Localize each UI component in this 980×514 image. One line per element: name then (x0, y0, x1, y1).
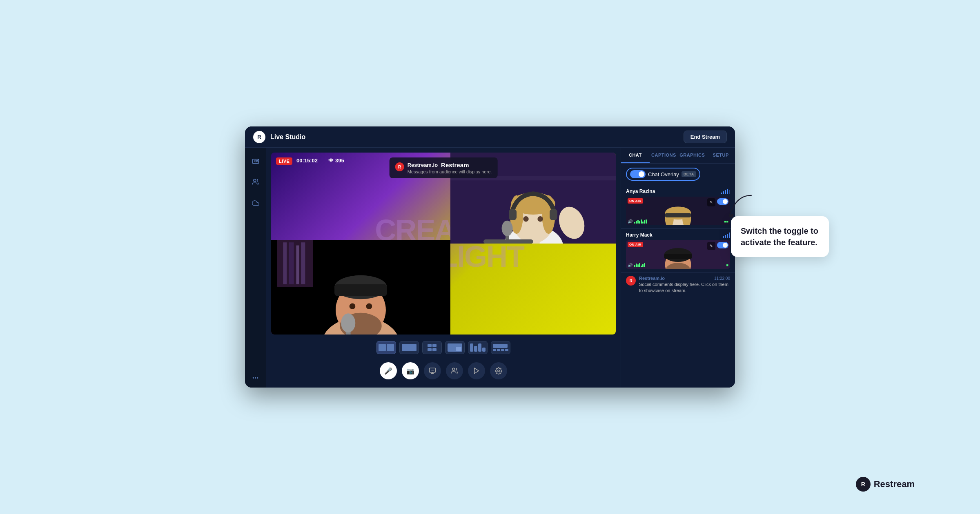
svg-rect-33 (334, 284, 387, 296)
layout-grid-button[interactable] (468, 341, 488, 354)
layout-single-button[interactable] (399, 341, 419, 354)
top-bar: R Live Studio End Stream (245, 126, 735, 148)
user-sidebar-icon[interactable] (249, 175, 262, 188)
chat-message: R Restream.io 11:22:00 Social comments d… (621, 273, 735, 297)
svg-point-42 (452, 368, 455, 370)
stream-card-harry: Harry Mack ON AIR (621, 229, 735, 273)
svg-rect-25 (296, 246, 299, 284)
on-air-badge-harry: ON AIR (628, 242, 643, 247)
tab-chat[interactable]: CHAT (621, 148, 650, 163)
studio-area: CREATOR SPOTLIGHT LIVE 00:15:02 👁 395 (266, 148, 621, 388)
viewers-count: 395 (335, 157, 344, 164)
thumb-edit-anya[interactable]: ✎ (707, 198, 715, 206)
thumb-bottom-anya: 🔊 ■■ (628, 219, 728, 224)
svg-point-1 (255, 160, 257, 162)
tab-captions[interactable]: CAPTIONS (650, 148, 678, 163)
svg-rect-23 (283, 242, 287, 284)
svg-point-15 (537, 216, 543, 222)
app-logo: R (253, 131, 265, 143)
chat-text: Social comments display here. Click on t… (639, 281, 730, 294)
brand-name: Restream (874, 479, 915, 490)
chat-overlay-beta-badge: BETA (682, 171, 696, 177)
settings-button[interactable] (490, 362, 507, 379)
app-title: Live Studio (270, 133, 684, 141)
chat-overlay-label: Chat Overlay (648, 171, 679, 177)
person-male (271, 240, 450, 335)
svg-rect-13 (550, 209, 557, 220)
left-sidebar: ••• (245, 148, 266, 388)
svg-point-37 (341, 313, 355, 332)
tooltip-callout: Switch the toggle to activate the featur… (731, 216, 829, 257)
signal-bars-harry (723, 232, 730, 238)
tab-graphics[interactable]: GRAPHICS (678, 148, 706, 163)
cloud-sidebar-icon[interactable] (249, 197, 262, 210)
thumb-toggle-harry[interactable] (717, 242, 728, 248)
stream-card-harry-header: Harry Mack (626, 232, 730, 238)
layout-split2-button[interactable] (376, 341, 396, 354)
stream-card-anya: Anya Razina ON AIR (621, 185, 735, 229)
svg-marker-43 (474, 368, 479, 374)
layout-split4-button[interactable] (422, 341, 442, 354)
app-window: R Live Studio End Stream (245, 126, 735, 388)
screen-share-button[interactable] (424, 362, 441, 379)
sidebar-more-icon[interactable]: ••• (252, 375, 259, 381)
audio-level-anya: ■■ (724, 219, 728, 224)
thumb-toggle-anya[interactable] (717, 198, 728, 205)
svg-point-18 (501, 221, 512, 236)
svg-point-34 (350, 304, 356, 310)
tab-setup[interactable]: SETUP (706, 148, 735, 163)
svg-rect-56 (664, 254, 692, 259)
restream-overlay-text: Restream.io Restream Messages from audie… (408, 162, 492, 174)
restream-brand-name: Restream (441, 162, 469, 168)
timer-badge: 00:15:02 (296, 157, 318, 164)
svg-rect-26 (301, 242, 305, 284)
svg-point-35 (366, 304, 372, 310)
svg-rect-22 (277, 240, 313, 287)
chat-time: 11:22:00 (714, 276, 730, 281)
layout-pip-button[interactable] (445, 341, 465, 354)
layout-filmstrip-button[interactable] (491, 341, 510, 354)
restream-overlay-title: Restream.io (408, 162, 438, 168)
svg-rect-17 (483, 239, 533, 244)
right-panel-tabs: CHAT CAPTIONS GRAPHICS SETUP (621, 148, 735, 164)
chat-message-content: Restream.io 11:22:00 Social comments dis… (639, 276, 730, 294)
chat-overlay-border: Chat Overlay BETA (626, 168, 700, 181)
chat-overlay-toggle[interactable] (630, 170, 646, 178)
mic-button[interactable]: 🎤 (380, 362, 397, 379)
audio-bars-harry (634, 263, 725, 267)
svg-rect-12 (509, 209, 517, 220)
stream-card-anya-thumb: ON AIR ✎ (626, 197, 730, 225)
stream-card-anya-name: Anya Razina (626, 188, 655, 194)
on-air-badge-anya: ON AIR (628, 198, 643, 204)
camera-sidebar-icon[interactable] (249, 154, 262, 167)
svg-point-2 (254, 179, 256, 182)
preview-canvas: CREATOR SPOTLIGHT LIVE 00:15:02 👁 395 (271, 153, 616, 335)
chat-sender: Restream.io (639, 276, 665, 281)
audio-bars-anya (634, 219, 722, 224)
svg-point-44 (498, 370, 500, 372)
brand-logo-circle: R (856, 477, 871, 492)
controls-bar: 🎤 📷 (271, 361, 616, 383)
viewers-icon: 👁 (328, 157, 334, 164)
tooltip-text: Switch the toggle to activate the featur… (741, 226, 818, 247)
thumb-controls-harry: ✎ (707, 242, 728, 250)
thumb-controls-anya: ✎ (707, 198, 728, 206)
restream-overlay-logo: R (395, 162, 404, 171)
audio-icon-anya: 🔊 (628, 219, 633, 224)
restream-overlay-box: R Restream.io Restream Messages from aud… (390, 157, 498, 178)
thumb-bottom-harry: 🔊 ■ (628, 263, 728, 267)
live-badge: LIVE (276, 157, 292, 165)
camera-bottom-left (271, 240, 450, 335)
stream-card-anya-header: Anya Razina (626, 188, 730, 194)
audio-level-harry: ■ (726, 263, 728, 267)
right-panel: CHAT CAPTIONS GRAPHICS SETUP Chat Overla… (621, 148, 735, 388)
camera-button[interactable]: 📷 (402, 362, 419, 379)
thumb-edit-harry[interactable]: ✎ (707, 242, 715, 250)
scene-button[interactable] (468, 362, 485, 379)
end-stream-button[interactable]: End Stream (684, 131, 727, 143)
guests-button[interactable] (446, 362, 463, 379)
chat-avatar: R (626, 276, 636, 286)
main-content: ••• CREATOR SPOTLIGHT LIVE 00:15:02 👁 (245, 148, 735, 388)
audio-icon-harry: 🔊 (628, 263, 633, 267)
svg-point-14 (523, 216, 529, 222)
